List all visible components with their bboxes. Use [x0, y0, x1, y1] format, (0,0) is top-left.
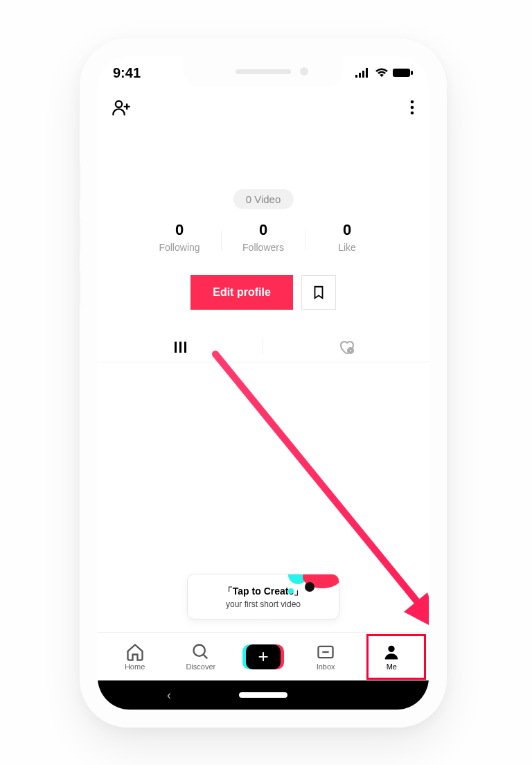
screen: 9:41: [98, 56, 429, 710]
profile-stats: 0 Following 0 Followers 0 Like: [98, 221, 429, 253]
more-icon[interactable]: [409, 99, 415, 118]
profile-top-bar: [98, 94, 429, 124]
profile-actions: Edit profile: [98, 275, 429, 310]
stat-value: 0: [305, 221, 389, 239]
nav-label: Home: [125, 662, 145, 671]
person-icon: [382, 642, 401, 662]
svg-rect-13: [179, 342, 181, 353]
stat-value: 0: [222, 221, 305, 239]
nav-home[interactable]: Home: [111, 642, 159, 671]
svg-rect-1: [359, 73, 361, 78]
svg-rect-0: [355, 75, 357, 78]
inbox-icon: [316, 642, 335, 662]
svg-rect-3: [366, 68, 368, 78]
nav-label: Inbox: [317, 662, 335, 671]
nav-label: Discover: [186, 662, 215, 671]
wifi-icon: [375, 68, 389, 78]
back-icon[interactable]: ‹: [167, 688, 171, 703]
nav-label: Me: [387, 662, 397, 671]
bottom-nav: Home Discover + Inbox Me: [98, 632, 429, 680]
svg-point-9: [411, 100, 414, 104]
side-button: [78, 270, 80, 306]
svg-point-10: [411, 106, 414, 109]
signal-icon: [355, 68, 371, 78]
stat-label: Followers: [222, 242, 305, 253]
home-icon: [125, 642, 145, 662]
svg-point-11: [411, 112, 414, 115]
stat-followers[interactable]: 0 Followers: [222, 221, 305, 253]
svg-rect-12: [175, 342, 177, 353]
svg-rect-5: [411, 71, 413, 75]
add-friend-icon[interactable]: [112, 98, 131, 120]
profile-tabs: [98, 332, 429, 362]
edit-profile-button[interactable]: Edit profile: [190, 275, 293, 310]
svg-point-21: [193, 645, 204, 656]
svg-line-22: [203, 655, 207, 659]
tab-grid[interactable]: [98, 332, 263, 362]
nav-discover[interactable]: Discover: [177, 642, 225, 671]
android-nav-bar: ‹: [98, 680, 429, 710]
nav-inbox[interactable]: Inbox: [301, 642, 350, 671]
side-button: [78, 163, 80, 199]
nav-me[interactable]: Me: [367, 642, 416, 671]
stat-label: Like: [305, 242, 389, 253]
grid-icon: [174, 340, 188, 354]
home-pill[interactable]: [239, 692, 287, 698]
battery-icon: [393, 68, 414, 78]
svg-rect-14: [184, 342, 186, 353]
stat-following[interactable]: 0 Following: [138, 221, 221, 253]
side-button: [78, 218, 80, 254]
svg-marker-27: [404, 592, 429, 631]
video-count-pill: 0 Video: [233, 189, 294, 209]
stat-value: 0: [138, 221, 221, 239]
bookmark-button[interactable]: [301, 275, 336, 310]
svg-rect-4: [393, 69, 410, 77]
stat-likes[interactable]: 0 Like: [305, 221, 389, 253]
svg-point-6: [116, 101, 122, 107]
svg-point-20: [288, 588, 294, 594]
status-bar: 9:41: [98, 56, 429, 89]
svg-line-26: [215, 354, 423, 609]
create-button[interactable]: +: [242, 644, 284, 669]
stat-label: Following: [138, 242, 221, 253]
svg-point-25: [389, 646, 395, 652]
tooltip-subtitle: your first short video: [195, 599, 332, 609]
phone-frame: 9:41: [80, 38, 447, 728]
tab-liked[interactable]: [263, 332, 429, 362]
heart-lock-icon: [338, 340, 355, 355]
search-icon: [191, 642, 211, 662]
plus-icon: +: [246, 644, 281, 669]
clock: 9:41: [113, 65, 141, 81]
svg-rect-2: [362, 71, 364, 78]
create-tooltip: 「Tap to Create」 your first short video: [187, 574, 339, 619]
svg-point-19: [305, 582, 314, 592]
